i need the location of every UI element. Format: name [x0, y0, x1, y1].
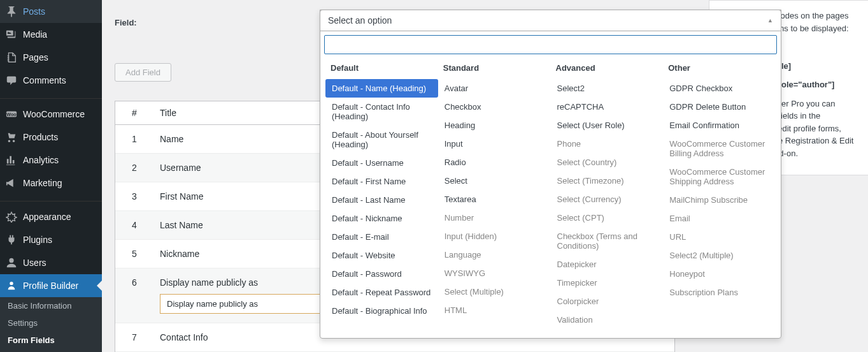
- sidebar-item-plugins[interactable]: Plugins: [0, 228, 102, 251]
- dropdown-option: Phone: [551, 135, 664, 153]
- col-number: #: [115, 101, 153, 124]
- dropdown-option[interactable]: reCAPTCHA: [551, 98, 664, 116]
- marketing-icon: [5, 177, 18, 189]
- dropdown-option: Input (Hidden): [438, 227, 551, 246]
- dropdown-option[interactable]: Default - Biographical Info: [325, 302, 438, 320]
- dropdown-option: Colorpicker: [551, 292, 664, 311]
- dropdown-option: HTML: [438, 301, 551, 319]
- dropdown-option[interactable]: Checkbox: [438, 98, 551, 116]
- sidebar-item-label: Pages: [23, 52, 48, 62]
- dropdown-option[interactable]: Select2: [551, 79, 664, 98]
- row-number: 5: [115, 240, 153, 268]
- dropdown-option[interactable]: Select: [438, 172, 551, 190]
- sidebar-item-products[interactable]: Products: [0, 126, 102, 149]
- dropdown-option[interactable]: Select (User Role): [551, 116, 664, 135]
- dropdown-option: Select (Multiple): [438, 282, 551, 301]
- sidebar-item-label: Users: [23, 258, 46, 268]
- option-group-header: Other: [663, 58, 776, 79]
- sidebar-item-label: Analytics: [23, 155, 59, 165]
- sidebar-item-label: Marketing: [23, 178, 62, 188]
- media-icon: [5, 28, 18, 41]
- dropdown-placeholder: Select an option: [328, 15, 392, 26]
- sidebar-item-marketing[interactable]: Marketing: [0, 172, 102, 194]
- dropdown-option[interactable]: Default - Contact Info (Heading): [325, 98, 438, 126]
- row-number: 6: [115, 268, 153, 323]
- sidebar-item-label: Posts: [23, 6, 45, 17]
- dropdown-option[interactable]: Default - First Name: [325, 172, 438, 191]
- sidebar-item-label: Comments: [23, 75, 66, 85]
- add-field-button[interactable]: Add Field: [115, 63, 171, 82]
- plugins-icon: [5, 233, 18, 246]
- submenu-item[interactable]: Settings: [0, 314, 102, 332]
- dropdown-toggle[interactable]: Select an option ▲: [320, 10, 781, 31]
- dropdown-option: Language: [438, 246, 551, 264]
- row-number: 2: [115, 154, 153, 182]
- caret-up-icon: ▲: [767, 17, 773, 24]
- dropdown-option: Select (Currency): [551, 190, 664, 209]
- sidebar-item-pages[interactable]: Pages: [0, 46, 102, 69]
- dropdown-option: Timepicker: [551, 274, 664, 292]
- dropdown-option[interactable]: Default - Nickname: [325, 209, 438, 228]
- dropdown-option: Select (Timezone): [551, 172, 664, 190]
- analytics-icon: [5, 154, 18, 166]
- dropdown-option[interactable]: Default - About Yourself (Heading): [325, 126, 438, 154]
- profile-icon: [5, 279, 18, 292]
- sidebar-item-label: Media: [23, 29, 47, 40]
- dropdown-option: WYSIWYG: [438, 264, 551, 282]
- row-number: 4: [115, 211, 153, 239]
- dropdown-option[interactable]: GDPR Delete Button: [663, 98, 776, 116]
- sidebar-item-woocommerce[interactable]: WooWooCommerce: [0, 103, 102, 126]
- pages-icon: [5, 51, 18, 64]
- pin-icon: [5, 5, 18, 18]
- dropdown-option: Subscription Plans: [663, 283, 776, 302]
- dropdown-option[interactable]: Email Confirmation: [663, 116, 776, 135]
- sidebar-item-appearance[interactable]: Appearance: [0, 205, 102, 228]
- dropdown-option: Datepicker: [551, 255, 664, 274]
- option-group-header: Advanced: [551, 58, 664, 79]
- sidebar-item-label: WooCommerce: [23, 109, 85, 119]
- sidebar-item-analytics[interactable]: Analytics: [0, 149, 102, 172]
- dropdown-option[interactable]: Default - Website: [325, 246, 438, 265]
- dropdown-option: MailChimp Subscribe: [663, 191, 776, 209]
- row-number: 1: [115, 125, 153, 153]
- field-select-dropdown: Select an option ▲ DefaultDefault - Name…: [320, 10, 781, 339]
- users-icon: [5, 256, 18, 269]
- products-icon: [5, 131, 18, 143]
- dropdown-option[interactable]: GDPR Checkbox: [663, 79, 776, 98]
- svg-text:Woo: Woo: [6, 112, 17, 117]
- row-number: 3: [115, 182, 153, 210]
- dropdown-option[interactable]: Default - Repeat Password: [325, 283, 438, 302]
- submenu-item[interactable]: Add-Ons: [0, 349, 102, 352]
- dropdown-search-input[interactable]: [324, 35, 777, 54]
- dropdown-option: Checkbox (Terms and Conditions): [551, 227, 664, 255]
- dropdown-option: Email: [663, 209, 776, 228]
- dropdown-option[interactable]: Default - Name (Heading): [325, 79, 438, 98]
- submenu-item[interactable]: Basic Information: [0, 297, 102, 314]
- dropdown-option[interactable]: Default - Username: [325, 154, 438, 172]
- dropdown-option: URL: [663, 228, 776, 246]
- dropdown-option[interactable]: Heading: [438, 116, 551, 135]
- submenu-item[interactable]: Form Fields: [0, 332, 102, 349]
- dropdown-option[interactable]: Radio: [438, 153, 551, 172]
- sidebar-item-users[interactable]: Users: [0, 251, 102, 274]
- dropdown-option[interactable]: Textarea: [438, 190, 551, 209]
- sidebar-item-profile-builder[interactable]: Profile Builder: [0, 274, 102, 297]
- sidebar-item-media[interactable]: Media: [0, 23, 102, 46]
- dropdown-option: Validation: [551, 311, 664, 329]
- sidebar-item-comments[interactable]: Comments: [0, 69, 102, 92]
- dropdown-option[interactable]: Default - Last Name: [325, 191, 438, 209]
- comments-icon: [5, 74, 18, 87]
- dropdown-option[interactable]: Avatar: [438, 79, 551, 98]
- row-number: 7: [115, 323, 153, 351]
- sidebar-item-label: Products: [23, 132, 58, 142]
- sidebar-item-label: Plugins: [23, 235, 52, 245]
- dropdown-option: Honeypot: [663, 265, 776, 283]
- dropdown-option: WooCommerce Customer Shipping Address: [663, 163, 776, 191]
- dropdown-option: WooCommerce Customer Billing Address: [663, 135, 776, 163]
- admin-sidebar: PostsMediaPagesCommentsWooWooCommercePro…: [0, 0, 102, 352]
- dropdown-option[interactable]: Default - E-mail: [325, 228, 438, 246]
- dropdown-option[interactable]: Default - Password: [325, 265, 438, 283]
- sidebar-item-posts[interactable]: Posts: [0, 0, 102, 23]
- dropdown-option[interactable]: Input: [438, 135, 551, 153]
- dropdown-option: Number: [438, 209, 551, 227]
